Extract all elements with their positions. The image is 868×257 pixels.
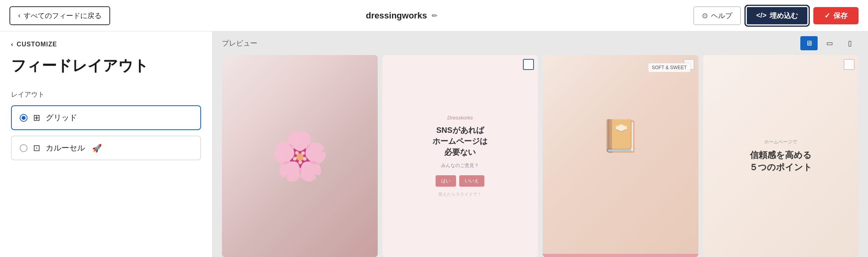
site-name: dressingworks bbox=[366, 11, 427, 21]
grid-radio[interactable] bbox=[20, 114, 28, 122]
card-buttons: はい いいえ bbox=[436, 175, 484, 187]
top-bar-center: dressingworks ✏ bbox=[366, 11, 438, 21]
card-yes-button[interactable]: はい bbox=[436, 175, 456, 187]
tablet-icon: ▭ bbox=[826, 39, 833, 48]
preview-label: プレビュー bbox=[222, 39, 257, 48]
carousel-icon: ⊡ bbox=[33, 143, 40, 153]
desktop-icon: 🖥 bbox=[805, 39, 813, 48]
top-bar-left: ‹ すべてのフィードに戻る bbox=[9, 6, 110, 25]
preview-card-text: Dresskorks SNSがあればホームページは必要ない みんなのご意見？ は… bbox=[382, 55, 538, 257]
embed-label: 埋め込む bbox=[770, 11, 798, 20]
preview-controls: 🖥 ▭ ▯ bbox=[800, 36, 859, 50]
embed-button[interactable]: </> 埋め込む bbox=[746, 6, 809, 26]
carousel-radio[interactable] bbox=[20, 144, 28, 152]
breadcrumb-chevron: ‹ bbox=[11, 41, 13, 48]
save-button[interactable]: ✓ 保存 bbox=[813, 7, 859, 24]
desktop-view-button[interactable]: 🖥 bbox=[800, 36, 818, 50]
right-title: 信頼感を高める５つのポイント bbox=[749, 149, 812, 174]
grid-icon: ⊞ bbox=[33, 113, 40, 123]
preview-card-stationery: SOFT & SWEET bbox=[543, 55, 698, 257]
mobile-icon: ▯ bbox=[848, 39, 852, 48]
back-label: すべてのフィードに戻る bbox=[24, 11, 102, 20]
preview-header: プレビュー 🖥 ▭ ▯ bbox=[212, 31, 868, 55]
save-check-icon: ✓ bbox=[824, 11, 830, 20]
right-text-card: ホームページで 信頼感を高める５つのポイント bbox=[703, 55, 859, 257]
mobile-view-button[interactable]: ▯ bbox=[841, 36, 859, 50]
card-subtitle: みんなのご意見？ bbox=[441, 162, 479, 169]
card-footer: 答えたらスライドで！ bbox=[438, 191, 482, 197]
embed-code-icon: </> bbox=[756, 11, 766, 20]
stationery-badge: SOFT & SWEET bbox=[648, 63, 690, 72]
help-button[interactable]: ⊙ ヘルプ bbox=[693, 6, 741, 25]
breadcrumb-label: CUSTOMIZE bbox=[17, 41, 57, 48]
right-top-text: ホームページで bbox=[764, 139, 797, 145]
stationery-bar bbox=[543, 254, 698, 257]
page-title: フィードレイアウト bbox=[11, 56, 201, 76]
stationery-image: SOFT & SWEET bbox=[543, 55, 698, 257]
grid-label: グリッド bbox=[46, 112, 77, 123]
rocket-icon: 🚀 bbox=[92, 143, 102, 153]
flower-image bbox=[222, 55, 378, 257]
sidebar: ‹ CUSTOMIZE フィードレイアウト レイアウト ⊞ グリッド ⊡ カルー… bbox=[0, 31, 212, 257]
edit-button[interactable]: ✏ bbox=[432, 11, 438, 20]
top-bar: ‹ すべてのフィードに戻る dressingworks ✏ ⊙ ヘルプ </> … bbox=[0, 0, 868, 31]
help-label: ヘルプ bbox=[711, 11, 732, 20]
top-bar-right: ⊙ ヘルプ </> 埋め込む ✓ 保存 bbox=[693, 6, 859, 26]
customize-breadcrumb[interactable]: ‹ CUSTOMIZE bbox=[11, 41, 201, 48]
preview-card-right: ホームページで 信頼感を高める５つのポイント bbox=[703, 55, 859, 257]
grid-layout-option[interactable]: ⊞ グリッド bbox=[11, 105, 201, 130]
right-selection bbox=[844, 59, 855, 70]
carousel-label: カルーセル bbox=[46, 143, 85, 153]
preview-card-flower bbox=[222, 55, 378, 257]
tablet-view-button[interactable]: ▭ bbox=[821, 36, 838, 50]
help-icon: ⊙ bbox=[702, 11, 708, 20]
text-card: Dresskorks SNSがあればホームページは必要ない みんなのご意見？ は… bbox=[382, 55, 538, 257]
edit-icon: ✏ bbox=[432, 11, 438, 20]
back-button[interactable]: ‹ すべてのフィードに戻る bbox=[9, 6, 110, 25]
card-title: SNSがあればホームページは必要ない bbox=[432, 125, 488, 158]
card-no-button[interactable]: いいえ bbox=[459, 175, 484, 187]
main-container: ‹ CUSTOMIZE フィードレイアウト レイアウト ⊞ グリッド ⊡ カルー… bbox=[0, 31, 868, 257]
preview-content: Dresskorks SNSがあればホームページは必要ない みんなのご意見？ は… bbox=[212, 55, 868, 257]
card-brand: Dresskorks bbox=[447, 115, 473, 121]
save-label: 保存 bbox=[833, 11, 848, 20]
carousel-layout-option[interactable]: ⊡ カルーセル 🚀 bbox=[11, 136, 201, 160]
selection-indicator bbox=[523, 59, 534, 70]
back-chevron: ‹ bbox=[18, 11, 20, 20]
preview-area: プレビュー 🖥 ▭ ▯ Dr bbox=[212, 31, 868, 257]
layout-section-label: レイアウト bbox=[11, 90, 201, 99]
